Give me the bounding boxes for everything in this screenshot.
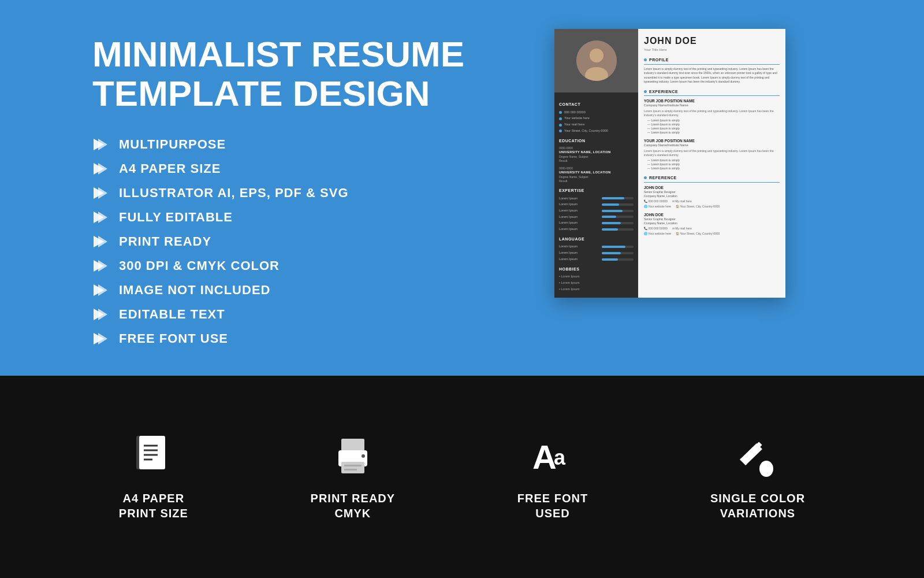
- svg-marker-5: [98, 187, 107, 199]
- feature-item: FREE FONT USE: [92, 331, 485, 347]
- lang-item: Lorem Ipsum: [559, 251, 634, 255]
- hobby-item: • Lorem Ipsum: [559, 287, 634, 292]
- svg-marker-17: [98, 333, 107, 344]
- edu-item-1: 0000-0000 UNIVERSITY NAME, LOCATION Degr…: [559, 146, 634, 163]
- svg-text:A: A: [532, 438, 557, 476]
- bottom-feature-0: A4 PAPERPRINT SIZE: [119, 433, 188, 521]
- arrow-icon: [92, 306, 109, 323]
- svg-marker-1: [98, 139, 107, 150]
- exp-item: YOUR JOB POSITION NAME Company Name/Inst…: [644, 138, 780, 171]
- skill-bar-bg: [602, 216, 634, 218]
- skill-bar-bg: [602, 228, 634, 231]
- main-title: MINIMALIST RESUME TEMPLATE DESIGN: [92, 35, 485, 113]
- contact-address: Your Street, City, Country-0000: [559, 129, 634, 134]
- resume-avatar: [554, 29, 638, 92]
- top-section: MINIMALIST RESUME TEMPLATE DESIGN MULTIP…: [0, 0, 924, 376]
- phone-icon: [559, 111, 562, 114]
- features-list: MULTIPURPOSE A4 PAPER SIZE ILLUSTRATOR A…: [92, 136, 485, 347]
- skill-bar-fill: [602, 222, 621, 224]
- bottom-feature-label-3: SINGLE COLORVARIATIONS: [710, 491, 805, 521]
- contact-phone: 000 000 00000: [559, 110, 634, 115]
- profile-dot: [644, 58, 647, 61]
- reference-header: REFERENCE: [644, 175, 780, 183]
- edu-item-2: 0000-0000 UNIVERSITY NAME, LOCATION Degr…: [559, 166, 634, 183]
- lang-bar-fill: [602, 258, 618, 261]
- feature-item: ILLUSTRATOR AI, EPS, PDF & SVG: [92, 185, 485, 201]
- exp-bullet: — Lorem Ipsum is simply: [644, 158, 780, 162]
- arrow-icon: [92, 258, 109, 274]
- experience-header: EXPERIENCE: [644, 89, 780, 97]
- ref-contact: 📞 000 000 00000 ✉ My mail here: [644, 199, 780, 203]
- svg-text:a: a: [554, 446, 566, 469]
- bottom-feature-1: PRINT READYCMYK: [311, 433, 396, 521]
- arrow-icon: [92, 331, 109, 347]
- bottom-feature-3: SINGLE COLORVARIATIONS: [710, 433, 805, 521]
- address-icon: [559, 129, 562, 132]
- skill-item: Lorem Ipsum: [559, 209, 634, 213]
- feature-item: MULTIPURPOSE: [92, 136, 485, 153]
- resume-job-title: Your Title Here: [644, 47, 780, 52]
- exp-bullet: — Lorem Ipsum is simply: [644, 127, 780, 131]
- edu-title: EDUCATION: [559, 138, 634, 144]
- arrow-icon: [92, 234, 109, 250]
- bottom-feature-label-1: PRINT READYCMYK: [311, 491, 396, 521]
- reference-section: REFERENCE JOHN DOE Senior Graphic Design…: [644, 175, 780, 236]
- feature-item: EDITABLE TEXT: [92, 306, 485, 323]
- ref-item: JOHN DOE Senior Graphic Designer Company…: [644, 185, 780, 209]
- bottom-feature-2: A a FREE FONTUSED: [517, 433, 588, 521]
- contact-title: CONTACT: [559, 102, 634, 108]
- profile-text: Lorem Ipsum is simply dummy text of the …: [644, 67, 780, 84]
- skill-item: Lorem Ipsum: [559, 197, 634, 201]
- language-title: LANGUAGE: [559, 236, 634, 242]
- feature-item: 300 DPI & CMYK COLOR: [92, 258, 485, 274]
- skill-bar-bg: [602, 210, 634, 212]
- feature-item: PRINT READY: [92, 234, 485, 250]
- svg-marker-11: [98, 260, 107, 272]
- profile-section: PROFILE Lorem Ipsum is simply dummy text…: [644, 57, 780, 84]
- svg-point-30: [362, 454, 365, 458]
- arrow-icon: [92, 209, 109, 225]
- lang-item: Lorem Ipsum: [559, 257, 634, 262]
- skill-bar-bg: [602, 222, 634, 224]
- title-line2: TEMPLATE DESIGN: [92, 73, 430, 113]
- ref-container: JOHN DOE Senior Graphic Designer Company…: [644, 185, 780, 236]
- resume-sidebar: CONTACT 000 000 00000 Your website here …: [554, 29, 638, 298]
- exp-bullet: — Lorem Ipsum is simply: [644, 131, 780, 135]
- exp-container: YOUR JOB POSITION NAME Company Name/Inst…: [644, 98, 780, 171]
- lang-bar-bg: [602, 258, 634, 261]
- left-content: MINIMALIST RESUME TEMPLATE DESIGN MULTIP…: [92, 29, 485, 355]
- profile-header: PROFILE: [644, 57, 780, 65]
- feature-item: IMAGE NOT INCLUDED: [92, 282, 485, 298]
- svg-marker-3: [98, 163, 107, 175]
- expertise-title: EXPERTISE: [559, 188, 634, 194]
- svg-rect-29: [341, 462, 364, 473]
- contact-email: Your mail here: [559, 123, 634, 127]
- arrow-icon: [92, 161, 109, 177]
- skill-item: Lorem Ipsum: [559, 221, 634, 225]
- font-icon: A a: [530, 433, 576, 479]
- svg-rect-32: [344, 469, 357, 470]
- skill-bar-bg: [602, 197, 634, 199]
- feature-item: FULLY EDITABLE: [92, 209, 485, 225]
- document-icon: [131, 433, 177, 479]
- svg-marker-13: [98, 284, 107, 296]
- ref-contact-2: 🌐 Your website here 🏠 Your Street, City,…: [644, 232, 780, 236]
- avatar: [576, 40, 617, 81]
- langs-container: Lorem Ipsum Lorem Ipsum Lorem Ipsum: [559, 244, 634, 261]
- lang-bar-fill: [602, 246, 625, 248]
- exp-bullet: — Lorem Ipsum is simply: [644, 118, 780, 123]
- svg-marker-15: [98, 309, 107, 320]
- arrow-icon: [92, 282, 109, 298]
- svg-marker-9: [98, 236, 107, 247]
- svg-rect-31: [344, 465, 362, 466]
- arrow-icon: [92, 185, 109, 201]
- svg-rect-28: [341, 439, 364, 451]
- resume-preview: CONTACT 000 000 00000 Your website here …: [485, 29, 855, 298]
- ref-dot: [644, 176, 647, 179]
- contact-website: Your website here: [559, 116, 634, 121]
- skill-item: Lorem Ipsum: [559, 202, 634, 207]
- exp-bullet: — Lorem Ipsum is simply: [644, 166, 780, 171]
- arrow-icon: [92, 136, 109, 153]
- svg-point-19: [590, 49, 603, 62]
- lang-bar-fill: [602, 252, 621, 254]
